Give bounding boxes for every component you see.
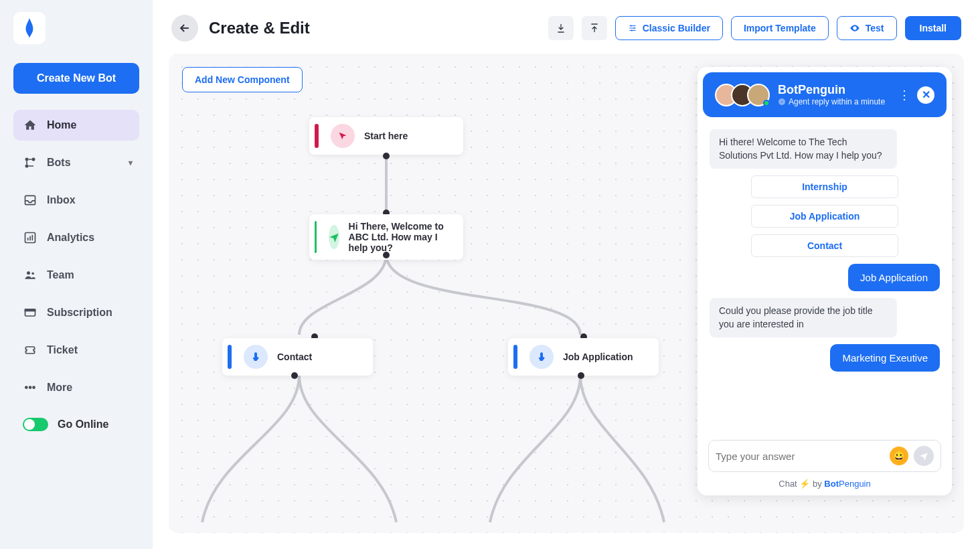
add-component-button[interactable]: Add New Component — [182, 67, 303, 92]
svg-rect-11 — [25, 309, 35, 311]
sidebar-item-label: Bots — [47, 157, 71, 169]
chat-header: BotPenguin Agent reply within a minute ⋮… — [703, 72, 947, 117]
sidebar-item-label: Analytics — [47, 232, 94, 244]
svg-point-2 — [25, 165, 29, 168]
chat-option[interactable]: Internship — [751, 175, 898, 198]
go-online-row: Go Online — [13, 410, 139, 439]
topbar: Create & Edit Classic Builder Import Tem… — [153, 0, 980, 54]
classic-builder-button[interactable]: Classic Builder — [615, 16, 723, 40]
top-actions: Classic Builder Import Template Test Ins… — [548, 16, 961, 40]
chat-input[interactable] — [716, 451, 884, 462]
chat-footer: Chat ⚡ by BotPenguin — [698, 479, 952, 495]
svg-point-0 — [25, 158, 29, 161]
go-online-label: Go Online — [58, 418, 108, 430]
send-icon — [329, 225, 339, 249]
ticket-icon — [23, 343, 37, 358]
upload-icon — [589, 23, 600, 33]
import-template-button[interactable]: Import Template — [731, 16, 829, 40]
sidebar-item-label: Ticket — [47, 344, 78, 356]
tap-icon — [244, 345, 268, 369]
svg-point-8 — [27, 271, 30, 274]
arrow-left-icon — [178, 21, 191, 35]
more-icon: ••• — [23, 380, 37, 395]
node-edge — [513, 345, 517, 369]
canvas[interactable]: Add New Component Start here Hi — [169, 54, 964, 533]
sidebar-item-bots[interactable]: Bots ▾ — [13, 147, 139, 178]
subscription-icon — [23, 305, 37, 320]
online-dot-icon — [763, 100, 770, 106]
cursor-icon — [331, 124, 355, 148]
sidebar-item-label: More — [47, 382, 72, 394]
test-label: Test — [866, 23, 884, 33]
node-label: Hi There, Welcome to ABC Ltd. How may I … — [349, 221, 450, 253]
node-start[interactable]: Start here — [309, 117, 463, 155]
chat-body: Hi there! Welcome to The Tech Solutions … — [698, 123, 952, 433]
sidebar-item-label: Subscription — [47, 307, 112, 319]
sidebar: Create New Bot Home Bots ▾ Inbox Analyti… — [0, 0, 153, 549]
node-label: Contact — [277, 351, 312, 362]
create-new-bot-button[interactable]: Create New Bot — [13, 63, 139, 94]
connection-dot — [383, 252, 390, 258]
bot-message: Could you please provide the job title y… — [710, 298, 897, 337]
emoji-button[interactable]: 😀 — [890, 447, 908, 465]
verified-icon — [778, 98, 786, 106]
back-button[interactable] — [171, 15, 198, 42]
bot-message: Hi there! Welcome to The Tech Solutions … — [710, 129, 897, 169]
analytics-icon — [23, 230, 37, 245]
test-button[interactable]: Test — [837, 16, 897, 40]
agent-avatars — [715, 84, 770, 106]
user-message: Job Application — [848, 264, 940, 291]
inbox-icon — [23, 193, 37, 208]
classic-builder-label: Classic Builder — [643, 23, 710, 33]
node-contact[interactable]: Contact — [222, 338, 373, 376]
svg-rect-6 — [29, 236, 31, 241]
node-label: Start here — [364, 131, 408, 141]
import-template-label: Import Template — [744, 23, 816, 33]
chat-close-button[interactable]: ✕ — [917, 86, 934, 104]
sliders-icon — [628, 23, 637, 33]
sidebar-item-subscription[interactable]: Subscription — [13, 297, 139, 328]
svg-point-12 — [853, 27, 855, 29]
install-button[interactable]: Install — [905, 16, 961, 40]
svg-rect-5 — [27, 238, 29, 240]
chat-menu-button[interactable]: ⋮ — [898, 88, 910, 102]
connection-dot — [291, 372, 298, 379]
svg-point-1 — [32, 158, 35, 161]
send-button[interactable] — [914, 446, 934, 466]
penguin-icon — [21, 18, 37, 38]
sidebar-item-inbox[interactable]: Inbox — [13, 185, 139, 216]
main: Create & Edit Classic Builder Import Tem… — [153, 0, 980, 549]
sidebar-item-home[interactable]: Home — [13, 110, 139, 141]
bots-icon — [23, 155, 37, 170]
node-job-application[interactable]: Job Application — [508, 338, 659, 376]
node-edge — [228, 345, 232, 369]
sidebar-item-ticket[interactable]: Ticket — [13, 335, 139, 366]
svg-point-9 — [31, 272, 34, 275]
go-online-toggle[interactable] — [23, 418, 48, 431]
page-title: Create & Edit — [209, 19, 310, 37]
node-edge — [315, 124, 319, 148]
sidebar-item-more[interactable]: ••• More — [13, 372, 139, 403]
download-button[interactable] — [548, 16, 574, 40]
sidebar-item-team[interactable]: Team — [13, 260, 139, 291]
chat-option[interactable]: Job Application — [751, 205, 898, 228]
logo — [13, 12, 46, 44]
node-label: Job Application — [563, 351, 633, 362]
download-icon — [556, 23, 566, 33]
sidebar-item-label: Team — [47, 269, 74, 281]
home-icon — [23, 118, 37, 133]
chat-preview: BotPenguin Agent reply within a minute ⋮… — [698, 67, 952, 495]
chat-option[interactable]: Contact — [751, 234, 898, 257]
sidebar-item-label: Inbox — [47, 194, 76, 206]
chat-title: BotPenguin — [778, 83, 885, 97]
sidebar-item-analytics[interactable]: Analytics — [13, 222, 139, 253]
upload-button[interactable] — [582, 16, 607, 40]
bolt-icon: ⚡ — [799, 479, 810, 489]
svg-rect-7 — [32, 235, 33, 240]
team-icon — [23, 268, 37, 283]
node-edge — [315, 221, 317, 253]
user-message: Marketing Exeutive — [830, 344, 940, 372]
chat-input-row: 😀 — [708, 440, 941, 472]
connection-dot — [578, 372, 584, 379]
eye-icon — [849, 23, 860, 33]
